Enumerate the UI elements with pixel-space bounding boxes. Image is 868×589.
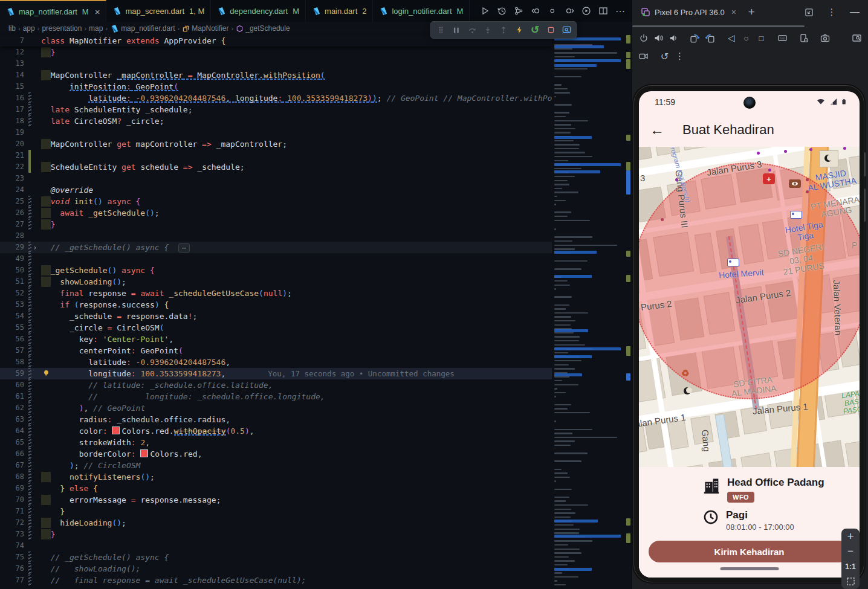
keyboard-icon[interactable] <box>775 30 790 46</box>
gesture-handle[interactable] <box>720 567 779 570</box>
more-icon[interactable]: ⋯ <box>613 4 627 18</box>
code-line-17[interactable]: 17 late ScheduleEntity _schedule; <box>0 104 593 115</box>
code-line-56[interactable]: 56 key: 'Center-Point', <box>0 333 593 345</box>
code-line-25[interactable]: 25 void init() async { <box>0 196 593 207</box>
power-icon[interactable] <box>636 30 651 46</box>
split-editor-icon[interactable] <box>596 4 611 18</box>
code-line-70[interactable]: 70 errorMessage = response.message; <box>0 494 593 506</box>
code-line-20[interactable]: 20 MapController get mapController => _m… <box>0 138 593 150</box>
code-line-74[interactable]: 74 <box>0 540 593 552</box>
rotate-right-icon[interactable] <box>702 30 717 46</box>
code-line-52[interactable]: 52 final response = await _scheduleGetUs… <box>0 288 593 299</box>
map-canvas[interactable]: Jalan Purus 3MASJIDAL WUSTHAPT MENARAAGU… <box>639 147 860 467</box>
code-line-50[interactable]: 50 _getSchedule() async { <box>0 265 593 276</box>
emulator-device-tab[interactable]: Pixel 6 Pro API 36.0 × <box>632 0 742 24</box>
screen-search-icon[interactable] <box>849 30 864 46</box>
breadcrumb-item-presentation[interactable]: presentation <box>42 24 82 33</box>
code-line-28[interactable]: 28 <box>0 230 593 242</box>
editor-tab-main-dart[interactable]: main.dart2 <box>306 0 373 22</box>
code-line-68[interactable]: 68 notifyListeners(); <box>0 471 593 483</box>
grip-icon[interactable]: ⣿ <box>433 24 448 37</box>
code-line-54[interactable]: 54 _schedule = response.data!; <box>0 311 593 322</box>
breadcrumb-item-_getSchedule[interactable]: _getSchedule <box>236 24 290 33</box>
new-tab-button[interactable]: + <box>748 5 755 19</box>
code-line-13[interactable]: 13 <box>0 58 593 69</box>
code-line-67[interactable]: 67 ); // CircleOSM <box>0 460 593 471</box>
nav-circle-icon[interactable] <box>545 4 560 18</box>
code-line-59[interactable]: 59 longitude: 100.3533599418273,You, 17 … <box>0 368 593 379</box>
code-line-21[interactable]: 21 <box>0 150 593 161</box>
back-icon[interactable]: ◁ <box>724 30 739 46</box>
zoom-in-button[interactable]: + <box>841 529 860 544</box>
stop-icon[interactable] <box>543 24 558 37</box>
kebab-icon[interactable]: ⋮ <box>824 5 839 19</box>
minimap[interactable] <box>552 35 624 589</box>
device-settings-icon[interactable] <box>796 30 811 46</box>
send-attendance-button[interactable]: Kirim Kehadiran <box>649 541 850 562</box>
overview-ruler[interactable] <box>624 35 632 589</box>
restart-icon[interactable]: ↺ <box>528 24 542 37</box>
rotate-left-icon[interactable] <box>687 30 702 46</box>
code-line-71[interactable]: 71 } <box>0 506 593 517</box>
volume-down-icon[interactable] <box>666 30 681 46</box>
code-line-69[interactable]: 69 } else { <box>0 483 593 494</box>
code-line-55[interactable]: 55 _circle = CircleOSM( <box>0 322 593 333</box>
code-line-57[interactable]: 57 centerPoint: GeoPoint( <box>0 345 593 356</box>
nav-forward-circle-icon[interactable] <box>562 4 577 18</box>
step-over-icon[interactable] <box>465 24 479 37</box>
editor-tab-login_notifier-dart[interactable]: login_notifier.dartM <box>373 0 470 22</box>
kebab-icon[interactable]: ⋮ <box>672 48 687 64</box>
dock-icon[interactable] <box>802 5 816 19</box>
close-icon[interactable]: × <box>731 7 736 17</box>
code-line-26[interactable]: 26 await _getSchedule(); <box>0 207 593 219</box>
breadcrumb-item-map_notifier-dart[interactable]: map_notifier.dart <box>110 24 175 33</box>
breadcrumb-item-map[interactable]: map <box>89 24 103 33</box>
code-line-53[interactable]: 53 if (response.success) { <box>0 299 593 311</box>
editor-tab-dependency-dart[interactable]: dependency.dartM <box>211 0 306 22</box>
editor-tab-map_notifier-dart[interactable]: map_notifier.dartM× <box>0 0 106 22</box>
code-line-14[interactable]: 14 MapController _mapController = MapCon… <box>0 69 593 81</box>
close-icon[interactable]: × <box>95 7 100 17</box>
record-icon[interactable] <box>636 48 651 64</box>
fold-badge[interactable]: ⋯ <box>178 243 190 253</box>
compare-icon[interactable] <box>511 4 526 18</box>
code-line-73[interactable]: 73 } <box>0 529 593 540</box>
code-line-16[interactable]: 16 latitude: -0.9396204204487546, longit… <box>0 92 593 104</box>
snapshot-restore-icon[interactable]: ↺ <box>657 48 672 64</box>
breadcrumb-item-MapNotifier[interactable]: MapNotifier <box>182 24 228 33</box>
code-line-72[interactable]: 72 hideLoading(); <box>0 517 593 529</box>
editor-tab-map_screen-dart[interactable]: map_screen.dart1, M <box>106 0 211 22</box>
code-line-18[interactable]: 18 late CircleOSM? _circle; <box>0 115 593 127</box>
home-icon[interactable]: ○ <box>739 30 754 46</box>
code-line-62[interactable]: 62 ), // GeoPoint <box>0 402 593 414</box>
fold-chevron-icon[interactable]: › <box>33 242 37 253</box>
code-line-64[interactable]: 64 color: Colors.red.withOpacity(0.5), <box>0 425 593 437</box>
zoom-fit-icon[interactable] <box>841 574 860 589</box>
tab-scroll-indicator[interactable] <box>632 25 805 27</box>
run-circle-icon[interactable] <box>579 4 594 18</box>
breadcrumb-item-app[interactable]: app <box>23 24 35 33</box>
code-line-77[interactable]: 77 // final response = await _scheduleGe… <box>0 575 593 586</box>
step-out-icon[interactable] <box>496 24 511 37</box>
code-line-75[interactable]: 75 // _getSchedule() async { <box>0 552 593 563</box>
code-line-29[interactable]: 29› // _getSchedule() async { ⋯ <box>0 242 593 253</box>
camera-icon[interactable] <box>817 30 832 46</box>
code-line-24[interactable]: 24 @override <box>0 184 593 196</box>
lightbulb-icon[interactable] <box>42 369 50 378</box>
code-line-76[interactable]: 76 // showLoading(); <box>0 563 593 575</box>
code-line-19[interactable]: 19 <box>0 127 593 138</box>
code-line-60[interactable]: 60 // latitude: _schedule.office.latitud… <box>0 379 593 391</box>
overview-icon[interactable]: □ <box>754 30 769 46</box>
code-line-58[interactable]: 58 latitude: -0.9396204204487546, <box>0 356 593 368</box>
back-arrow-button[interactable]: ← <box>650 121 664 138</box>
pause-icon[interactable] <box>449 24 464 37</box>
nav-back-circle-icon[interactable] <box>528 4 543 18</box>
hot-reload-icon[interactable] <box>512 24 526 37</box>
code-line-27[interactable]: 27 } <box>0 219 593 230</box>
zoom-ratio[interactable]: 1:1 <box>841 559 860 574</box>
code-line-15[interactable]: 15 initPosition: GeoPoint( <box>0 81 593 92</box>
volume-up-icon[interactable] <box>651 30 666 46</box>
code-line-65[interactable]: 65 strokeWidth: 2, <box>0 437 593 448</box>
zoom-out-button[interactable]: − <box>841 544 860 559</box>
widget-inspector-icon[interactable] <box>559 24 574 37</box>
